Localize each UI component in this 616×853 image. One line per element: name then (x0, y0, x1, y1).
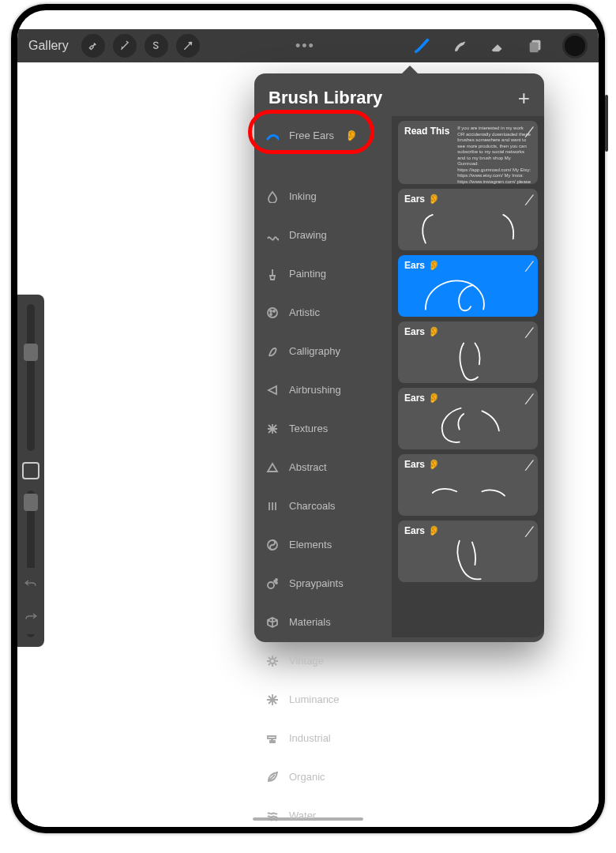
brush-tool-icon[interactable] (411, 35, 433, 57)
category-label: Abstract (289, 461, 327, 473)
modify-dots-icon[interactable]: ••• (295, 38, 315, 54)
category-label: Spraypaints (289, 577, 344, 589)
redo-icon[interactable] (24, 611, 38, 625)
brush-category-list: Free Ears👂InkingDrawingPaintingArtisticC… (254, 116, 392, 637)
category-label: Materials (289, 616, 331, 628)
add-brush-set-icon[interactable]: + (518, 91, 530, 105)
brush-ears[interactable]: ╱Ears 👂 (398, 388, 538, 449)
actions-wrench-icon[interactable] (81, 34, 105, 58)
category-label: Artistic (289, 306, 320, 318)
brush-emoji: 👂 (428, 525, 440, 536)
svg-point-2 (268, 308, 277, 318)
calli-icon (265, 344, 280, 359)
undo-redo-group (17, 568, 44, 634)
brush-ears[interactable]: ╱Ears 👂 (398, 255, 538, 317)
texture-icon (265, 422, 280, 436)
leaf-icon (265, 770, 280, 784)
svg-point-3 (270, 310, 272, 312)
air-icon (265, 383, 280, 397)
brush-size-slider[interactable] (27, 304, 35, 451)
brush-preview (404, 536, 531, 582)
brush-emoji: 👂 (428, 459, 440, 470)
transform-arrow-icon[interactable] (176, 34, 200, 58)
hardware-side-button (605, 95, 608, 152)
spark-icon (265, 693, 280, 707)
category-emoji: 👂 (345, 130, 358, 141)
category-label: Calligraphy (289, 345, 340, 357)
eraser-tool-icon[interactable] (486, 35, 509, 57)
brush-ears[interactable]: ╱Ears 👂 (398, 321, 538, 383)
anvil-icon (265, 731, 280, 746)
gallery-button[interactable]: Gallery (28, 39, 69, 53)
category-artistic[interactable]: Artistic (254, 293, 392, 332)
brush-preview (404, 470, 531, 516)
category-organic[interactable]: Organic (254, 757, 392, 796)
brush-emoji: 👂 (428, 393, 440, 404)
drop-icon (265, 190, 280, 204)
svg-point-11 (270, 659, 275, 663)
adjustments-wand-icon[interactable] (113, 34, 137, 58)
category-free-ears[interactable]: Free Ears👂 (254, 116, 392, 155)
category-water[interactable]: Water (254, 796, 392, 827)
category-spraypaints[interactable]: Spraypaints (254, 564, 392, 603)
category-elements[interactable]: Elements (254, 525, 392, 564)
category-label: Painting (289, 268, 326, 280)
category-luminance[interactable]: Luminance (254, 680, 392, 719)
brush-preview (404, 271, 531, 317)
undo-icon[interactable] (24, 577, 38, 592)
category-label: Luminance (289, 693, 340, 705)
spray-icon (265, 577, 280, 591)
brush-ears[interactable]: ╱Ears 👂 (398, 454, 538, 516)
palette-icon (265, 306, 280, 320)
category-label: Textures (289, 423, 328, 434)
triangle-icon (265, 460, 280, 475)
category-calligraphy[interactable]: Calligraphy (254, 332, 392, 370)
category-airbrushing[interactable]: Airbrushing (254, 370, 392, 409)
modify-button[interactable] (22, 462, 39, 479)
color-well[interactable] (562, 33, 588, 58)
brush-preview (404, 205, 531, 250)
selection-s-icon[interactable] (145, 34, 168, 58)
category-materials[interactable]: Materials (254, 603, 392, 641)
brush-emoji: 👂 (428, 326, 440, 337)
svg-rect-1 (530, 42, 539, 52)
category-label: Free Ears (289, 130, 334, 141)
category-label: Elements (289, 539, 332, 551)
waves-icon (265, 809, 280, 823)
brush-info-text: If you are interested in my work OR acci… (457, 126, 531, 184)
category-vintage[interactable]: Vintage (254, 641, 392, 680)
brush-label: Ears (404, 393, 425, 404)
category-drawing[interactable]: Drawing (254, 216, 392, 254)
bars-icon (265, 499, 280, 513)
category-textures[interactable]: Textures (254, 409, 392, 448)
screen: Gallery ••• (17, 10, 599, 827)
category-charcoals[interactable]: Charcoals (254, 487, 392, 525)
category-label: Airbrushing (289, 384, 341, 396)
brush-read-this[interactable]: ╱Read ThisIf you are interested in my wo… (398, 121, 538, 184)
brush-label: Ears (404, 326, 425, 337)
category-abstract[interactable]: Abstract (254, 448, 392, 487)
ipad-frame: Gallery ••• (11, 4, 605, 833)
layers-icon[interactable] (524, 35, 547, 57)
category-label: Charcoals (289, 500, 336, 512)
brush-preview (404, 337, 531, 383)
yin-icon (265, 538, 280, 552)
category-label: Industrial (289, 732, 331, 744)
category-label: Organic (289, 771, 325, 783)
brush-label: Read This (404, 126, 449, 137)
svg-point-10 (276, 582, 277, 584)
popover-title: Brush Library (269, 88, 382, 108)
brush-ears[interactable]: ╱Ears 👂 (398, 189, 538, 250)
brush-ears[interactable]: ╱Ears 👂 (398, 520, 538, 582)
category-label: Vintage (289, 655, 324, 667)
category-painting[interactable]: Painting (254, 254, 392, 293)
category-inking[interactable]: Inking (254, 177, 392, 216)
svg-point-9 (276, 579, 277, 581)
brush-emoji: 👂 (428, 260, 440, 271)
brush-label: Ears (404, 525, 425, 536)
category-industrial[interactable]: Industrial (254, 719, 392, 757)
smudge-tool-icon[interactable] (449, 35, 471, 57)
brush-label: Ears (404, 260, 425, 271)
category-label: Water (289, 810, 316, 821)
stroke-icon (265, 129, 280, 143)
